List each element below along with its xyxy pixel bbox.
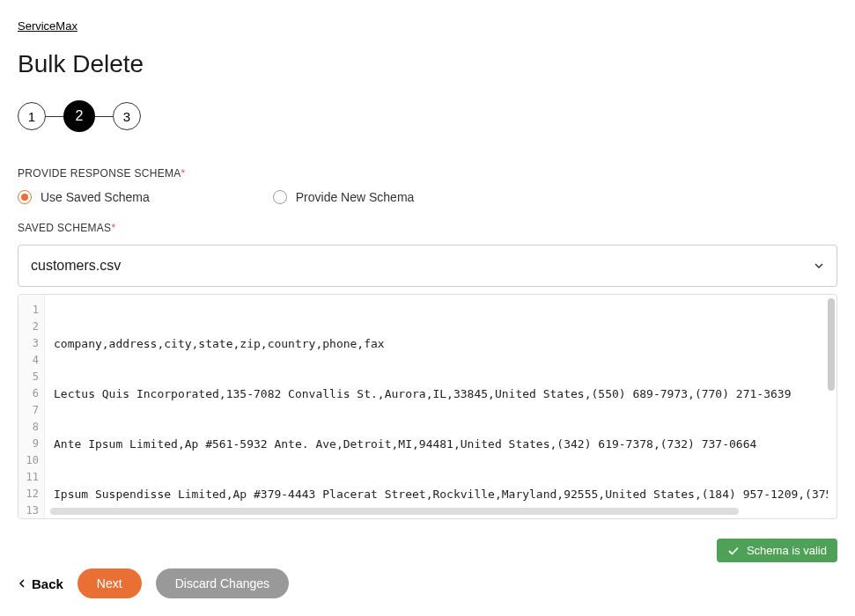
saved-schemas-label: SAVED SCHEMAS*	[18, 222, 837, 234]
check-icon	[727, 545, 740, 557]
required-marker: *	[181, 167, 186, 180]
code-line: Lectus Quis Incorporated,135-7082 Conval…	[54, 385, 828, 402]
scrollbar-thumb[interactable]	[50, 508, 739, 515]
validation-badge: Schema is valid	[717, 539, 837, 562]
radio-dot	[21, 194, 28, 201]
line-numbers: 1 2 3 4 5 6 7 8 9 10 11 12 13	[18, 295, 45, 518]
saved-schemas-select-wrapper: customers.csv	[18, 245, 837, 287]
chevron-down-icon	[814, 260, 824, 271]
radio-indicator	[18, 190, 32, 204]
code-editor[interactable]: 1 2 3 4 5 6 7 8 9 10 11 12 13 company,ad…	[18, 294, 837, 519]
required-marker: *	[111, 222, 115, 234]
step-3[interactable]: 3	[113, 102, 141, 130]
schema-section-label: PROVIDE RESPONSE SCHEMA*	[18, 167, 837, 180]
breadcrumb-link[interactable]: ServiceMax	[18, 19, 77, 33]
radio-provide-new-schema[interactable]: Provide New Schema	[273, 190, 415, 204]
code-content[interactable]: company,address,city,state,zip,country,p…	[45, 295, 837, 518]
saved-schemas-select[interactable]: customers.csv	[18, 245, 837, 287]
code-line: Ante Ipsum Limited,Ap #561-5932 Ante. Av…	[54, 436, 828, 452]
radio-label: Provide New Schema	[296, 190, 415, 204]
scrollbar-horizontal[interactable]	[50, 508, 824, 515]
next-button[interactable]: Next	[77, 568, 142, 598]
radio-indicator	[273, 190, 287, 204]
chevron-left-icon	[18, 579, 26, 588]
back-button[interactable]: Back	[18, 576, 63, 591]
step-connector	[95, 116, 113, 117]
scrollbar-vertical[interactable]	[828, 298, 835, 510]
radio-label: Use Saved Schema	[41, 190, 150, 204]
step-2[interactable]: 2	[63, 100, 95, 132]
step-connector	[46, 116, 63, 117]
discard-button[interactable]: Discard Changes	[156, 568, 289, 598]
code-line: Ipsum Suspendisse Limited,Ap #379-4443 P…	[54, 486, 828, 502]
step-1[interactable]: 1	[18, 102, 46, 130]
validation-text: Schema is valid	[747, 544, 827, 557]
code-line: company,address,city,state,zip,country,p…	[54, 335, 828, 352]
select-value: customers.csv	[31, 258, 121, 274]
scrollbar-thumb[interactable]	[828, 298, 835, 391]
stepper: 1 2 3	[18, 100, 837, 132]
footer-actions: Back Next Discard Changes	[18, 568, 289, 598]
page-title: Bulk Delete	[18, 50, 837, 78]
back-label: Back	[32, 576, 63, 591]
radio-use-saved-schema[interactable]: Use Saved Schema	[18, 190, 150, 204]
schema-radio-group: Use Saved Schema Provide New Schema	[18, 190, 837, 204]
